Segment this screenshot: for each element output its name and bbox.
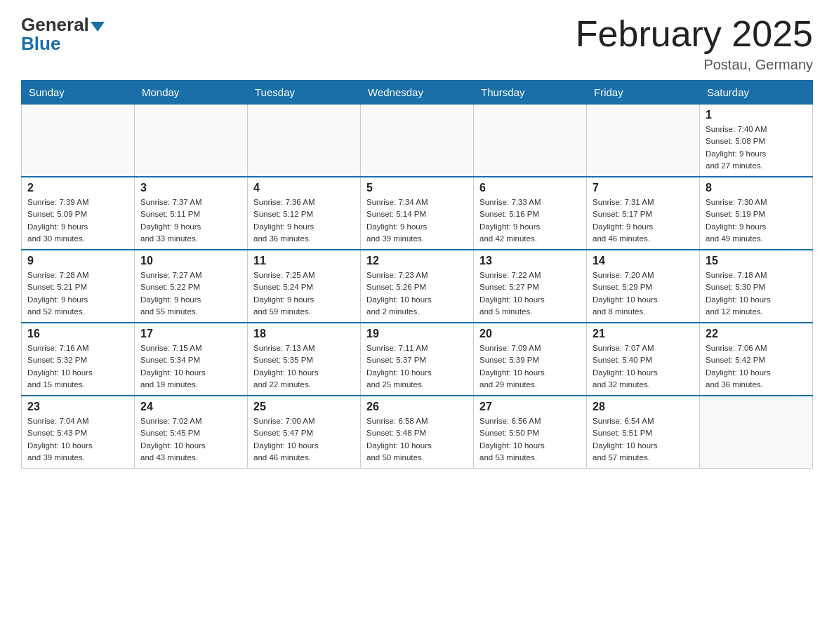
day-number: 28	[593, 401, 694, 413]
calendar-day-cell	[587, 105, 700, 177]
day-number: 4	[253, 182, 355, 194]
calendar-day-cell	[361, 105, 474, 177]
day-number: 5	[366, 182, 468, 194]
calendar-week-row: 16Sunrise: 7:16 AM Sunset: 5:32 PM Dayli…	[22, 323, 813, 396]
page-header: General Blue February 2025 Postau, Germa…	[21, 14, 813, 73]
day-info: Sunrise: 7:02 AM Sunset: 5:45 PM Dayligh…	[140, 415, 241, 464]
day-info: Sunrise: 7:39 AM Sunset: 5:09 PM Dayligh…	[27, 196, 128, 245]
calendar-day-cell: 3Sunrise: 7:37 AM Sunset: 5:11 PM Daylig…	[135, 177, 248, 250]
calendar-table: SundayMondayTuesdayWednesdayThursdayFrid…	[21, 80, 813, 469]
day-info: Sunrise: 7:11 AM Sunset: 5:37 PM Dayligh…	[366, 342, 468, 391]
calendar-day-cell: 11Sunrise: 7:25 AM Sunset: 5:24 PM Dayli…	[248, 250, 361, 323]
month-title: February 2025	[576, 14, 813, 54]
calendar-day-cell	[22, 105, 135, 177]
day-number: 22	[706, 328, 807, 340]
day-info: Sunrise: 7:31 AM Sunset: 5:17 PM Dayligh…	[593, 196, 694, 245]
day-number: 26	[366, 401, 468, 413]
day-info: Sunrise: 7:25 AM Sunset: 5:24 PM Dayligh…	[253, 269, 355, 318]
day-number: 17	[140, 328, 241, 340]
day-info: Sunrise: 7:04 AM Sunset: 5:43 PM Dayligh…	[27, 415, 128, 464]
day-of-week-header: Saturday	[700, 81, 813, 105]
calendar-day-cell: 13Sunrise: 7:22 AM Sunset: 5:27 PM Dayli…	[474, 250, 587, 323]
day-number: 25	[253, 401, 355, 413]
location: Postau, Germany	[576, 57, 813, 73]
calendar-week-row: 2Sunrise: 7:39 AM Sunset: 5:09 PM Daylig…	[22, 177, 813, 250]
day-info: Sunrise: 7:20 AM Sunset: 5:29 PM Dayligh…	[593, 269, 694, 318]
day-info: Sunrise: 7:16 AM Sunset: 5:32 PM Dayligh…	[27, 342, 128, 391]
calendar-day-cell: 18Sunrise: 7:13 AM Sunset: 5:35 PM Dayli…	[248, 323, 361, 396]
day-info: Sunrise: 7:13 AM Sunset: 5:35 PM Dayligh…	[253, 342, 355, 391]
calendar-day-cell	[700, 396, 813, 469]
day-number: 8	[706, 182, 807, 194]
day-of-week-header: Monday	[135, 81, 248, 105]
calendar-day-cell: 17Sunrise: 7:15 AM Sunset: 5:34 PM Dayli…	[135, 323, 248, 396]
calendar-day-cell: 15Sunrise: 7:18 AM Sunset: 5:30 PM Dayli…	[700, 250, 813, 323]
calendar-day-cell: 26Sunrise: 6:58 AM Sunset: 5:48 PM Dayli…	[361, 396, 474, 469]
day-number: 23	[27, 401, 128, 413]
calendar-week-row: 1Sunrise: 7:40 AM Sunset: 5:08 PM Daylig…	[22, 105, 813, 177]
calendar-week-row: 23Sunrise: 7:04 AM Sunset: 5:43 PM Dayli…	[22, 396, 813, 469]
day-info: Sunrise: 7:18 AM Sunset: 5:30 PM Dayligh…	[706, 269, 807, 318]
day-of-week-header: Thursday	[474, 81, 587, 105]
logo: General Blue	[21, 14, 106, 55]
calendar-day-cell: 25Sunrise: 7:00 AM Sunset: 5:47 PM Dayli…	[248, 396, 361, 469]
day-number: 6	[479, 182, 581, 194]
calendar-day-cell: 2Sunrise: 7:39 AM Sunset: 5:09 PM Daylig…	[22, 177, 135, 250]
calendar-day-cell: 19Sunrise: 7:11 AM Sunset: 5:37 PM Dayli…	[361, 323, 474, 396]
day-number: 18	[253, 328, 355, 340]
calendar-day-cell: 28Sunrise: 6:54 AM Sunset: 5:51 PM Dayli…	[587, 396, 700, 469]
day-info: Sunrise: 7:27 AM Sunset: 5:22 PM Dayligh…	[140, 269, 241, 318]
day-number: 13	[479, 255, 581, 267]
day-of-week-header: Sunday	[22, 81, 135, 105]
calendar-day-cell: 7Sunrise: 7:31 AM Sunset: 5:17 PM Daylig…	[587, 177, 700, 250]
day-info: Sunrise: 7:30 AM Sunset: 5:19 PM Dayligh…	[706, 196, 807, 245]
calendar-day-cell: 22Sunrise: 7:06 AM Sunset: 5:42 PM Dayli…	[700, 323, 813, 396]
day-info: Sunrise: 7:15 AM Sunset: 5:34 PM Dayligh…	[140, 342, 241, 391]
calendar-day-cell: 20Sunrise: 7:09 AM Sunset: 5:39 PM Dayli…	[474, 323, 587, 396]
calendar-day-cell: 27Sunrise: 6:56 AM Sunset: 5:50 PM Dayli…	[474, 396, 587, 469]
calendar-day-cell	[248, 105, 361, 177]
day-number: 11	[253, 255, 355, 267]
day-info: Sunrise: 7:28 AM Sunset: 5:21 PM Dayligh…	[27, 269, 128, 318]
day-number: 19	[366, 328, 468, 340]
day-info: Sunrise: 6:58 AM Sunset: 5:48 PM Dayligh…	[366, 415, 468, 464]
day-number: 3	[140, 182, 241, 194]
calendar-day-cell	[474, 105, 587, 177]
calendar-day-cell: 23Sunrise: 7:04 AM Sunset: 5:43 PM Dayli…	[22, 396, 135, 469]
day-info: Sunrise: 7:23 AM Sunset: 5:26 PM Dayligh…	[366, 269, 468, 318]
day-number: 12	[366, 255, 468, 267]
day-info: Sunrise: 7:33 AM Sunset: 5:16 PM Dayligh…	[479, 196, 581, 245]
calendar-day-cell: 9Sunrise: 7:28 AM Sunset: 5:21 PM Daylig…	[22, 250, 135, 323]
calendar-day-cell: 8Sunrise: 7:30 AM Sunset: 5:19 PM Daylig…	[700, 177, 813, 250]
day-info: Sunrise: 7:07 AM Sunset: 5:40 PM Dayligh…	[593, 342, 694, 391]
calendar-day-cell: 24Sunrise: 7:02 AM Sunset: 5:45 PM Dayli…	[135, 396, 248, 469]
calendar-week-row: 9Sunrise: 7:28 AM Sunset: 5:21 PM Daylig…	[22, 250, 813, 323]
logo-blue-text: Blue	[21, 33, 60, 55]
day-info: Sunrise: 7:22 AM Sunset: 5:27 PM Dayligh…	[479, 269, 581, 318]
calendar-day-cell: 1Sunrise: 7:40 AM Sunset: 5:08 PM Daylig…	[700, 105, 813, 177]
calendar-day-cell: 21Sunrise: 7:07 AM Sunset: 5:40 PM Dayli…	[587, 323, 700, 396]
day-number: 10	[140, 255, 241, 267]
title-block: February 2025 Postau, Germany	[576, 14, 813, 73]
day-info: Sunrise: 6:54 AM Sunset: 5:51 PM Dayligh…	[593, 415, 694, 464]
day-of-week-header: Tuesday	[248, 81, 361, 105]
day-number: 21	[593, 328, 694, 340]
day-number: 1	[706, 109, 807, 121]
day-number: 20	[479, 328, 581, 340]
day-info: Sunrise: 7:37 AM Sunset: 5:11 PM Dayligh…	[140, 196, 241, 245]
day-of-week-header: Friday	[587, 81, 700, 105]
day-info: Sunrise: 7:06 AM Sunset: 5:42 PM Dayligh…	[706, 342, 807, 391]
calendar-day-cell: 12Sunrise: 7:23 AM Sunset: 5:26 PM Dayli…	[361, 250, 474, 323]
day-of-week-header: Wednesday	[361, 81, 474, 105]
calendar-day-cell: 6Sunrise: 7:33 AM Sunset: 5:16 PM Daylig…	[474, 177, 587, 250]
calendar-day-cell: 16Sunrise: 7:16 AM Sunset: 5:32 PM Dayli…	[22, 323, 135, 396]
day-number: 16	[27, 328, 128, 340]
calendar-day-cell: 5Sunrise: 7:34 AM Sunset: 5:14 PM Daylig…	[361, 177, 474, 250]
day-info: Sunrise: 7:00 AM Sunset: 5:47 PM Dayligh…	[253, 415, 355, 464]
day-info: Sunrise: 7:40 AM Sunset: 5:08 PM Dayligh…	[706, 123, 807, 172]
day-info: Sunrise: 7:36 AM Sunset: 5:12 PM Dayligh…	[253, 196, 355, 245]
day-number: 15	[706, 255, 807, 267]
calendar-day-cell: 10Sunrise: 7:27 AM Sunset: 5:22 PM Dayli…	[135, 250, 248, 323]
calendar-day-cell	[135, 105, 248, 177]
calendar-header-row: SundayMondayTuesdayWednesdayThursdayFrid…	[22, 81, 813, 105]
